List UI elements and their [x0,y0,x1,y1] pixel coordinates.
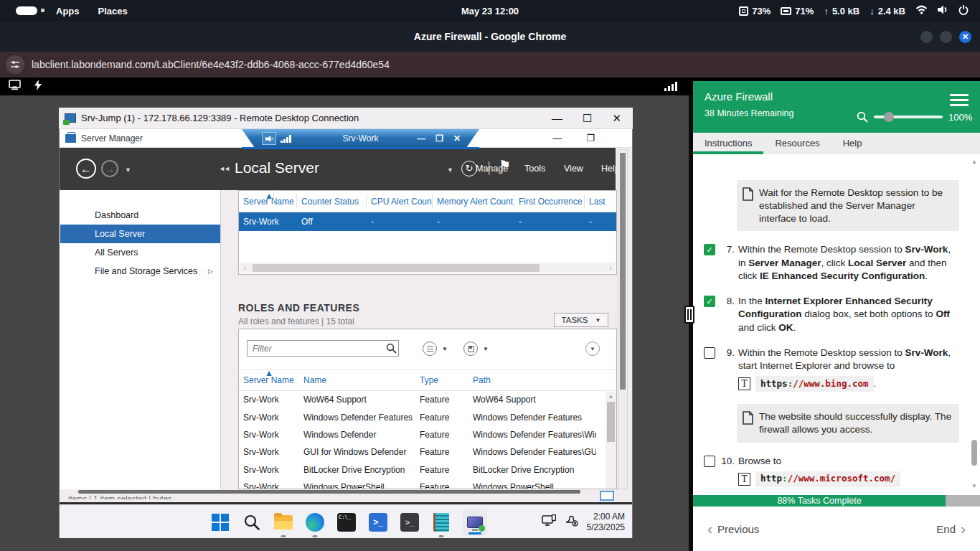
events-table-row-selected[interactable]: Srv-Work Off - - - - [239,212,616,231]
pin-icon[interactable] [262,132,276,145]
code-chip[interactable]: https://www.bing.com [755,376,874,392]
expand-chevron-icon[interactable]: ▷ [208,268,213,275]
roles-table-row[interactable]: Srv-WorkWindows Defender FeaturesFeature… [239,408,616,425]
taskbar-server-manager[interactable] [431,512,451,532]
save-query-button[interactable] [463,342,478,356]
zoom-slider[interactable] [874,116,943,118]
tab-resources[interactable]: Resources [763,133,831,154]
roles-table-header[interactable]: ▲ Server Name Name Type Path [239,369,616,391]
sidebar-item-all-servers[interactable]: All Servers [60,243,220,262]
tray-display-icon[interactable] [542,514,556,530]
start-button[interactable] [210,512,230,532]
search-icon[interactable] [386,343,397,357]
roles-vertical-scrollbar[interactable]: ▲ [606,392,616,489]
scroll-up-icon[interactable]: ▲ [970,159,979,165]
url-text[interactable]: labclient.labondemand.com/LabClient/6e4e… [32,59,390,70]
code-chip[interactable]: http://www.microsoft.com/ [755,471,900,487]
taskbar-cmd[interactable]: C:\_ [336,512,357,532]
places-menu[interactable]: Places [98,6,128,17]
scroll-up-icon[interactable]: ▲ [606,393,616,400]
events-horizontal-scrollbar[interactable]: ‹ › [240,263,616,273]
sm-restore-button[interactable]: ❐ [586,133,595,143]
sidebar-item-dashboard[interactable]: Dashboard [60,206,220,225]
menu-help[interactable]: Help [601,164,616,174]
sidebar-item-local-server[interactable]: Local Server [60,225,220,243]
chrome-urlbar[interactable]: labclient.labondemand.com/LabClient/6e4e… [0,52,980,77]
rdp-minimize-button[interactable]: — [552,112,562,125]
system-top-bar: Apps Places May 23 12:00 73% 71% ↑ 5.0 k… [0,0,980,22]
step-checkbox-unchecked[interactable] [704,456,715,467]
zoom-slider-knob[interactable] [884,112,894,122]
taskbar-clock[interactable]: 2:00 AM 5/23/2025 [587,512,625,533]
nav-history-caret-icon[interactable]: ▼ [125,166,131,174]
tab-help[interactable]: Help [831,133,874,154]
type-text-icon[interactable]: T [738,473,750,486]
sidebar-item-file-storage[interactable]: File and Storage Services ▷ [60,262,220,281]
collapse-panel-button[interactable]: ▼ [585,342,600,356]
menu-icon[interactable] [950,94,969,109]
tasks-menu-button[interactable]: TASKS ▼ [554,313,608,327]
roles-table-row[interactable]: Srv-WorkWoW64 SupportFeatureWoW64 Suppor… [239,391,616,408]
volume-icon[interactable] [938,5,948,17]
tray-mute-icon[interactable] [565,515,578,529]
breadcrumb-caret-icon[interactable]: ▼ [447,166,453,174]
scroll-right-icon[interactable]: › [606,265,616,272]
power-actions-icon[interactable] [34,80,42,93]
roles-table-row[interactable]: Srv-WorkWindows PowerShellFeatureWindows… [239,479,616,489]
taskbar-terminal[interactable]: >_ [400,512,420,532]
rdpbar-minimize-button[interactable]: — [417,133,425,143]
roles-table-row[interactable]: Srv-WorkBitLocker Drive EncryptionFeatur… [239,461,616,479]
taskbar-file-explorer[interactable] [273,512,293,532]
filter-saved-queries-button[interactable] [423,342,437,356]
roles-table-row[interactable]: Srv-WorkWindows DefenderFeatureWindows D… [239,426,616,443]
refresh-icon[interactable]: ↻ [461,161,477,176]
screen: Apps Places May 23 12:00 73% 71% ↑ 5.0 k… [0,0,980,551]
menu-manage[interactable]: Manage [476,164,508,174]
scroll-left-icon[interactable]: ‹ [240,265,250,272]
previous-button[interactable]: ‹ Previous [707,520,759,537]
distro-logo-icon[interactable] [16,6,37,15]
window-maximize-button[interactable] [940,31,952,43]
machine-monitor-icon[interactable] [9,80,21,93]
filter-input[interactable] [247,340,399,357]
cpu-indicator: 73% [739,6,771,17]
window-close-button[interactable]: ✕ [959,31,971,43]
taskbar-remote-desktop-active[interactable] [463,509,487,536]
rdp-connection-bar[interactable]: Srv-Work — ❐ ✕ [242,129,479,148]
rdpbar-restore-button[interactable]: ❐ [435,133,443,143]
panel-splitter-handle[interactable] [684,306,694,324]
rdpbar-close-button[interactable]: ✕ [453,133,461,143]
site-settings-icon[interactable] [6,55,24,74]
menu-view[interactable]: View [564,164,583,174]
events-table-header[interactable]: ▲ Server Name Counter Status CPU Alert C… [239,191,616,212]
taskbar-powershell[interactable]: >_ [368,512,388,532]
roles-table-row[interactable]: Srv-WorkGUI for Windows DefenderFeatureW… [239,443,616,461]
step-checkbox-unchecked[interactable] [704,347,715,359]
forward-button[interactable]: → [101,160,118,177]
back-button[interactable]: ← [76,159,96,179]
sm-vertical-scrollbar[interactable] [618,149,628,489]
rdp-close-button[interactable]: ✕ [612,112,621,125]
menu-tools[interactable]: Tools [524,164,545,174]
saved-queries-caret-icon[interactable]: ▼ [442,346,448,352]
step-checkbox-checked[interactable]: ✓ [704,296,715,307]
focused-control-outline[interactable] [600,491,614,501]
rdp-titlebar[interactable]: Srv-Jump (1) - 172.178.66.129:3389 - Rem… [59,108,633,129]
end-button[interactable]: End › [936,520,966,537]
type-text-icon[interactable]: T [738,377,750,390]
scroll-down-icon[interactable]: ▼ [970,483,979,489]
scrollbar-thumb[interactable] [971,440,977,466]
window-minimize-button[interactable] [920,31,933,43]
save-query-caret-icon[interactable]: ▼ [483,346,489,352]
power-icon[interactable] [958,5,969,17]
taskbar-search[interactable] [242,512,262,532]
wifi-icon[interactable] [915,5,928,17]
rdp-maximize-button[interactable]: ☐ [583,112,592,125]
apps-menu[interactable]: Apps [56,6,80,17]
sm-minimize-button[interactable]: — [552,133,562,143]
panel-scrollbar[interactable]: ▲ ▼ [970,156,979,494]
tab-instructions[interactable]: Instructions [693,133,763,154]
rdp-window-title: Srv-Jump (1) - 172.178.66.129:3389 - Rem… [81,113,359,123]
taskbar-edge[interactable] [305,512,325,532]
step-checkbox-checked[interactable]: ✓ [704,244,715,255]
